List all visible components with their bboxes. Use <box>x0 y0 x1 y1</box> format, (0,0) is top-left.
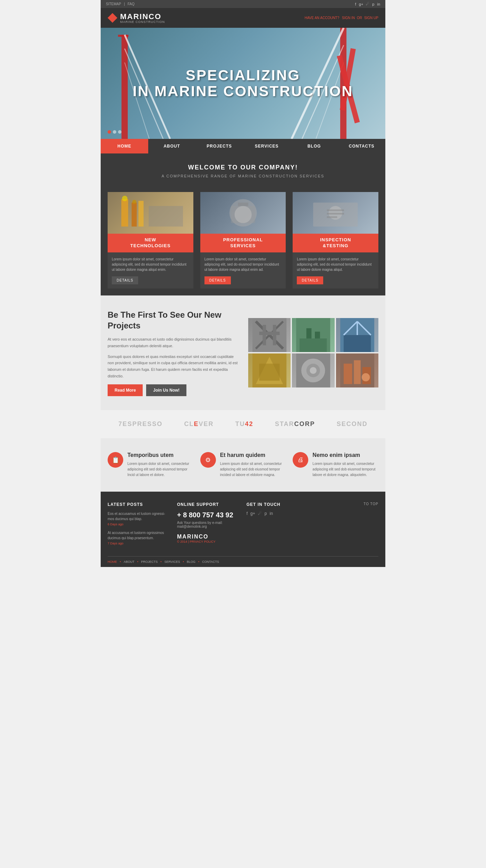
logo: MARINCO MARINE CONSTRUCTION <box>108 12 165 24</box>
service-details-btn-3[interactable]: Details <box>297 276 323 284</box>
sign-up-link[interactable]: SIGN UP <box>364 16 378 20</box>
project-img-1[interactable] <box>248 318 291 352</box>
nav-blog[interactable]: BLOG <box>291 139 338 153</box>
footer-nav-home[interactable]: HOME <box>108 560 117 564</box>
googleplus-icon[interactable]: g+ <box>359 2 363 6</box>
join-us-button[interactable]: Join Us Now! <box>146 384 186 396</box>
footer-grid: LATEST POSTS Eos et accusamus et lustom … <box>108 502 378 549</box>
project-img-3[interactable] <box>336 318 378 352</box>
latest-posts-title: LATEST POSTS <box>108 502 170 507</box>
faq-link[interactable]: FAQ <box>128 2 135 6</box>
hero-dot-3[interactable] <box>118 130 122 134</box>
svg-rect-50 <box>354 360 361 384</box>
linkedin-icon[interactable]: in <box>377 2 380 6</box>
footer-bottom-nav: HOME • ABOUT • PROJECTS • SERVICES • BLO… <box>108 560 219 564</box>
hero-text: SPECIALIZING IN MARINE CONSTRUCTION <box>133 67 353 99</box>
post-item-1: Eos et accusamus et lustom ognessi-mos d… <box>108 511 170 526</box>
svg-point-19 <box>234 206 251 223</box>
service-image-2 <box>200 192 286 234</box>
sitemap-link[interactable]: SITEMAP <box>106 2 121 6</box>
svg-rect-23 <box>327 209 344 211</box>
logo-icon <box>108 13 117 23</box>
nav-projects[interactable]: PROJECTS <box>195 139 243 153</box>
project-img-2[interactable] <box>292 318 334 352</box>
post-text-2: At accusamus et lustorm ognissimos ducim… <box>108 530 170 541</box>
hero-dots <box>108 130 122 134</box>
brand-clever: CLEVER <box>184 420 213 428</box>
footer-online-support: ONLINE SUPPORT + 8 800 757 43 92 Ask You… <box>177 502 240 549</box>
footer-bottom: HOME • ABOUT • PROJECTS • SERVICES • BLO… <box>108 556 378 564</box>
feature-2: ⚙ Et harum quidem Lorem ipsum dolor sit … <box>200 452 286 478</box>
hero-dot-1[interactable] <box>108 130 111 134</box>
projects-title: Be The First To See Our New Projects <box>108 309 238 331</box>
pinterest-icon[interactable]: p <box>372 2 374 6</box>
project-img-5[interactable] <box>292 353 334 387</box>
brand-tu42: TU42 <box>235 420 253 428</box>
svg-rect-49 <box>344 364 352 384</box>
nav-contacts[interactable]: CONTACTS <box>338 139 385 153</box>
welcome-title: WELCOME TO OUR COMPANY! <box>108 164 378 171</box>
welcome-section: WELCOME TO OUR COMPANY! A COMPREHENSIVE … <box>101 153 385 185</box>
svg-rect-11 <box>121 199 128 227</box>
service-details-btn-2[interactable]: Details <box>204 276 231 284</box>
svg-rect-31 <box>259 332 280 335</box>
svg-rect-35 <box>315 332 320 339</box>
service-label-3: INSPECTION&TESTING <box>293 234 378 252</box>
read-more-button[interactable]: Read More <box>108 384 143 396</box>
header: MARINCO MARINE CONSTRUCTION HAVE AN ACCO… <box>101 8 385 28</box>
footer-pinterest-icon[interactable]: p <box>265 511 267 516</box>
feature-icon-3: 🖨 <box>293 452 308 468</box>
footer-nav-about[interactable]: ABOUT <box>124 560 134 564</box>
svg-rect-33 <box>300 339 327 352</box>
projects-para2: Sornupti quos dolores et quas molestias … <box>108 353 238 379</box>
hero-section: SPECIALIZING IN MARINE CONSTRUCTION <box>101 28 385 139</box>
projects-section: Be The First To See Our New Projects At … <box>101 295 385 410</box>
service-details-btn-1[interactable]: Details <box>112 276 138 284</box>
footer-email: Ask Your questions by e-mail: mail@demol… <box>177 521 240 528</box>
footer: LATEST POSTS Eos et accusamus et lustom … <box>101 492 385 567</box>
nav-home[interactable]: HOME <box>101 139 148 153</box>
footer-nav-services[interactable]: SERVICES <box>165 560 180 564</box>
project-img-4[interactable] <box>248 353 291 387</box>
post-item-2: At accusamus et lustorm ognissimos ducim… <box>108 530 170 545</box>
service-image-3 <box>293 192 378 234</box>
feature-icon-2: ⚙ <box>200 452 216 468</box>
nav-services[interactable]: SERVICES <box>243 139 291 153</box>
svg-rect-16 <box>149 206 183 226</box>
facebook-icon[interactable]: f <box>355 2 356 6</box>
footer-nav-projects[interactable]: PROJECTS <box>141 560 158 564</box>
service-text-2: Lorem ipsum dolor sit amet, consectetur … <box>200 252 286 276</box>
footer-social-icons: f g+ ☄ p in <box>246 511 309 516</box>
logo-subtitle: MARINE CONSTRUCTION <box>120 20 165 24</box>
brands-section: 7ESPRESSO CLEVER TU42 STARCORP SECOND <box>101 410 385 438</box>
hero-dot-2[interactable] <box>113 130 116 134</box>
rss-icon[interactable]: ☄ <box>366 2 369 6</box>
feature-icon-1: 📋 <box>108 452 123 468</box>
footer-get-in-touch: GET IN TOUCH f g+ ☄ p in <box>246 502 309 549</box>
top-bar: SITEMAP | FAQ f g+ ☄ p in <box>101 0 385 8</box>
service-card-3: INSPECTION&TESTING Lorem ipsum dolor sit… <box>293 192 378 289</box>
footer-linkedin-icon[interactable]: in <box>270 511 273 516</box>
svg-rect-13 <box>139 201 144 226</box>
svg-point-47 <box>310 367 317 374</box>
footer-nav-contacts[interactable]: CONTACTS <box>202 560 219 564</box>
service-label-2: PROFESSIONALSERVICES <box>200 234 286 252</box>
brand-starcorp: STARCORP <box>275 420 315 428</box>
projects-buttons: Read More Join Us Now! <box>108 384 238 396</box>
header-account: HAVE AN ACCOUNT? SIGN IN OR SIGN UP <box>304 16 378 20</box>
post-date-1: 6 Days ago <box>108 523 170 526</box>
sign-in-link[interactable]: SIGN IN <box>342 16 355 20</box>
footer-nav-blog[interactable]: BLOG <box>187 560 195 564</box>
brand-second: SECOND <box>337 420 368 428</box>
svg-rect-43 <box>259 364 280 381</box>
project-img-6[interactable] <box>336 353 378 387</box>
footer-googleplus-icon[interactable]: g+ <box>250 511 255 516</box>
to-top-button[interactable]: TO TOP <box>316 502 378 506</box>
svg-point-52 <box>362 373 370 382</box>
post-date-2: 7 Days ago <box>108 542 170 545</box>
nav-about[interactable]: ABOUT <box>148 139 196 153</box>
feature-3: 🖨 Nemo enim ipsam Lorem ipsum dolor sit … <box>293 452 378 478</box>
footer-facebook-icon[interactable]: f <box>246 511 248 516</box>
svg-rect-25 <box>327 216 337 218</box>
footer-rss-icon[interactable]: ☄ <box>258 511 262 516</box>
